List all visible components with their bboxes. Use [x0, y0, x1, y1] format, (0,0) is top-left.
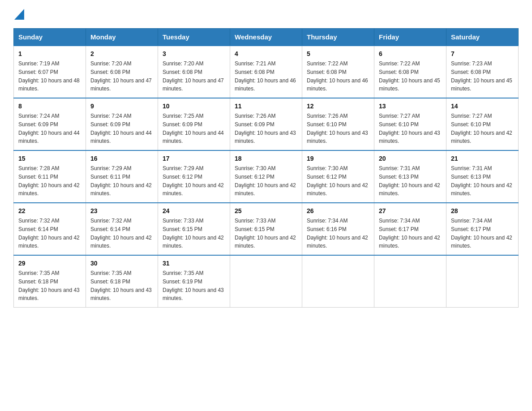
- day-info: Sunrise: 7:21 AMSunset: 6:08 PMDaylight:…: [235, 60, 296, 92]
- header-thursday: Thursday: [302, 29, 374, 46]
- day-number: 30: [90, 259, 153, 268]
- header-monday: Monday: [86, 29, 158, 46]
- day-cell: 23Sunrise: 7:32 AMSunset: 6:14 PMDayligh…: [86, 203, 158, 255]
- day-number: 6: [379, 49, 442, 59]
- day-info: Sunrise: 7:34 AMSunset: 6:17 PMDaylight:…: [451, 218, 512, 249]
- day-cell: 5Sunrise: 7:22 AMSunset: 6:08 PMDaylight…: [302, 46, 374, 98]
- day-cell: 6Sunrise: 7:22 AMSunset: 6:08 PMDaylight…: [374, 46, 446, 98]
- day-number: 15: [18, 154, 81, 163]
- header-saturday: Saturday: [446, 29, 519, 46]
- day-cell: 16Sunrise: 7:29 AMSunset: 6:11 PMDayligh…: [86, 150, 158, 203]
- day-number: 3: [163, 49, 225, 59]
- header-friday: Friday: [374, 29, 446, 46]
- day-number: 14: [451, 102, 514, 111]
- day-cell: 24Sunrise: 7:33 AMSunset: 6:15 PMDayligh…: [158, 203, 230, 255]
- day-cell: [446, 255, 519, 308]
- day-cell: 14Sunrise: 7:27 AMSunset: 6:10 PMDayligh…: [446, 98, 519, 150]
- day-number: 5: [307, 49, 369, 59]
- day-cell: 4Sunrise: 7:21 AMSunset: 6:08 PMDaylight…: [230, 46, 302, 98]
- day-info: Sunrise: 7:19 AMSunset: 6:07 PMDaylight:…: [18, 60, 80, 92]
- day-cell: 3Sunrise: 7:20 AMSunset: 6:08 PMDaylight…: [158, 46, 230, 98]
- day-info: Sunrise: 7:27 AMSunset: 6:10 PMDaylight:…: [451, 113, 512, 144]
- day-cell: [374, 255, 446, 308]
- day-cell: 11Sunrise: 7:26 AMSunset: 6:09 PMDayligh…: [230, 98, 302, 150]
- day-cell: 27Sunrise: 7:34 AMSunset: 6:17 PMDayligh…: [374, 203, 446, 255]
- day-cell: 28Sunrise: 7:34 AMSunset: 6:17 PMDayligh…: [446, 203, 519, 255]
- day-info: Sunrise: 7:22 AMSunset: 6:08 PMDaylight:…: [307, 60, 368, 92]
- day-cell: 9Sunrise: 7:24 AMSunset: 6:09 PMDaylight…: [86, 98, 158, 150]
- day-cell: 10Sunrise: 7:25 AMSunset: 6:09 PMDayligh…: [158, 98, 230, 150]
- day-info: Sunrise: 7:30 AMSunset: 6:12 PMDaylight:…: [307, 165, 368, 197]
- day-info: Sunrise: 7:33 AMSunset: 6:15 PMDaylight:…: [163, 218, 224, 249]
- day-info: Sunrise: 7:29 AMSunset: 6:12 PMDaylight:…: [163, 165, 224, 197]
- day-info: Sunrise: 7:32 AMSunset: 6:14 PMDaylight:…: [18, 218, 80, 249]
- day-info: Sunrise: 7:30 AMSunset: 6:12 PMDaylight:…: [235, 165, 296, 197]
- day-cell: 29Sunrise: 7:35 AMSunset: 6:18 PMDayligh…: [14, 255, 86, 308]
- week-row-5: 29Sunrise: 7:35 AMSunset: 6:18 PMDayligh…: [14, 255, 519, 308]
- day-cell: 30Sunrise: 7:35 AMSunset: 6:18 PMDayligh…: [86, 255, 158, 308]
- day-cell: 17Sunrise: 7:29 AMSunset: 6:12 PMDayligh…: [158, 150, 230, 203]
- day-info: Sunrise: 7:29 AMSunset: 6:11 PMDaylight:…: [90, 165, 152, 197]
- day-number: 8: [18, 102, 81, 111]
- day-cell: 2Sunrise: 7:20 AMSunset: 6:08 PMDaylight…: [86, 46, 158, 98]
- day-cell: 1Sunrise: 7:19 AMSunset: 6:07 PMDaylight…: [14, 46, 86, 98]
- day-info: Sunrise: 7:26 AMSunset: 6:09 PMDaylight:…: [235, 113, 296, 144]
- day-info: Sunrise: 7:31 AMSunset: 6:13 PMDaylight:…: [451, 165, 512, 197]
- day-number: 11: [235, 102, 297, 111]
- day-cell: 20Sunrise: 7:31 AMSunset: 6:13 PMDayligh…: [374, 150, 446, 203]
- day-cell: 31Sunrise: 7:35 AMSunset: 6:19 PMDayligh…: [158, 255, 230, 308]
- day-number: 12: [307, 102, 369, 111]
- day-info: Sunrise: 7:35 AMSunset: 6:19 PMDaylight:…: [163, 270, 224, 301]
- day-number: 18: [235, 154, 297, 163]
- day-number: 25: [235, 206, 297, 216]
- header-tuesday: Tuesday: [158, 29, 230, 46]
- day-cell: 26Sunrise: 7:34 AMSunset: 6:16 PMDayligh…: [302, 203, 374, 255]
- day-info: Sunrise: 7:33 AMSunset: 6:15 PMDaylight:…: [235, 218, 296, 249]
- day-info: Sunrise: 7:28 AMSunset: 6:11 PMDaylight:…: [18, 165, 80, 197]
- header-wednesday: Wednesday: [230, 29, 302, 46]
- day-info: Sunrise: 7:22 AMSunset: 6:08 PMDaylight:…: [379, 60, 440, 92]
- day-info: Sunrise: 7:31 AMSunset: 6:13 PMDaylight:…: [379, 165, 440, 197]
- svg-marker-0: [14, 9, 24, 20]
- day-number: 26: [307, 206, 369, 216]
- logo: [13, 9, 24, 20]
- week-row-3: 15Sunrise: 7:28 AMSunset: 6:11 PMDayligh…: [14, 150, 519, 203]
- day-cell: 22Sunrise: 7:32 AMSunset: 6:14 PMDayligh…: [14, 203, 86, 255]
- day-info: Sunrise: 7:20 AMSunset: 6:08 PMDaylight:…: [90, 60, 152, 92]
- day-info: Sunrise: 7:32 AMSunset: 6:14 PMDaylight:…: [90, 218, 152, 249]
- day-number: 16: [90, 154, 153, 163]
- day-number: 21: [451, 154, 514, 163]
- day-number: 17: [163, 154, 225, 163]
- day-cell: [302, 255, 374, 308]
- day-number: 13: [379, 102, 442, 111]
- day-info: Sunrise: 7:25 AMSunset: 6:09 PMDaylight:…: [163, 113, 224, 144]
- day-number: 24: [163, 206, 225, 216]
- day-info: Sunrise: 7:35 AMSunset: 6:18 PMDaylight:…: [18, 270, 80, 301]
- day-cell: 18Sunrise: 7:30 AMSunset: 6:12 PMDayligh…: [230, 150, 302, 203]
- week-row-4: 22Sunrise: 7:32 AMSunset: 6:14 PMDayligh…: [14, 203, 519, 255]
- header-row: SundayMondayTuesdayWednesdayThursdayFrid…: [14, 29, 519, 46]
- calendar-table: SundayMondayTuesdayWednesdayThursdayFrid…: [13, 28, 519, 308]
- day-cell: 13Sunrise: 7:27 AMSunset: 6:10 PMDayligh…: [374, 98, 446, 150]
- day-number: 19: [307, 154, 369, 163]
- day-info: Sunrise: 7:24 AMSunset: 6:09 PMDaylight:…: [90, 113, 152, 144]
- day-number: 7: [451, 49, 514, 59]
- header-sunday: Sunday: [14, 29, 86, 46]
- day-number: 20: [379, 154, 442, 163]
- day-cell: [230, 255, 302, 308]
- day-number: 10: [163, 102, 225, 111]
- day-info: Sunrise: 7:24 AMSunset: 6:09 PMDaylight:…: [18, 113, 80, 144]
- day-info: Sunrise: 7:34 AMSunset: 6:17 PMDaylight:…: [379, 218, 440, 249]
- day-number: 4: [235, 49, 297, 59]
- day-cell: 7Sunrise: 7:23 AMSunset: 6:08 PMDaylight…: [446, 46, 519, 98]
- page-header: [13, 9, 519, 20]
- day-number: 27: [379, 206, 442, 216]
- logo-triangle-icon: [14, 9, 24, 20]
- day-cell: 25Sunrise: 7:33 AMSunset: 6:15 PMDayligh…: [230, 203, 302, 255]
- day-cell: 8Sunrise: 7:24 AMSunset: 6:09 PMDaylight…: [14, 98, 86, 150]
- day-cell: 19Sunrise: 7:30 AMSunset: 6:12 PMDayligh…: [302, 150, 374, 203]
- day-info: Sunrise: 7:20 AMSunset: 6:08 PMDaylight:…: [163, 60, 224, 92]
- day-info: Sunrise: 7:26 AMSunset: 6:10 PMDaylight:…: [307, 113, 368, 144]
- day-cell: 12Sunrise: 7:26 AMSunset: 6:10 PMDayligh…: [302, 98, 374, 150]
- day-number: 31: [163, 259, 225, 268]
